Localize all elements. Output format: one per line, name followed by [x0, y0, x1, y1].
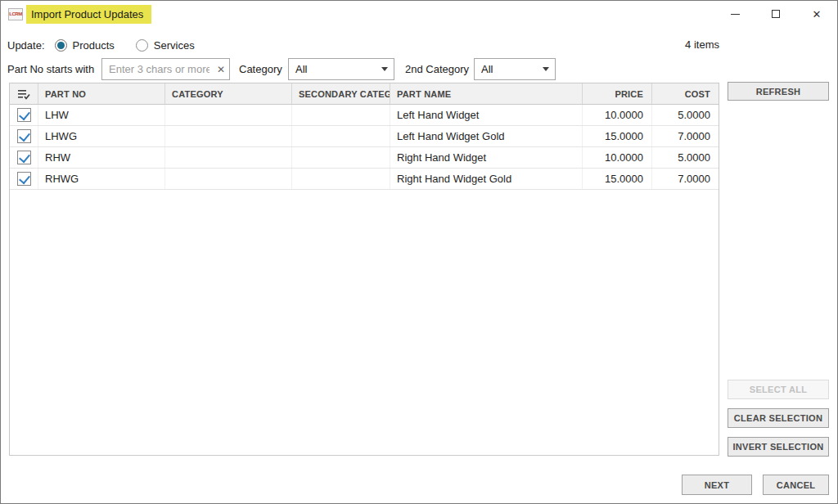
- cell-price: 15.0000: [583, 169, 652, 189]
- maximize-icon: [772, 10, 780, 18]
- cell-cost: 5.0000: [652, 147, 719, 168]
- filter-row: Part No starts with ✕ Category All 2nd C…: [1, 58, 837, 81]
- table-row[interactable]: RHWG Right Hand Widget Gold 15.0000 7.00…: [10, 169, 719, 190]
- products-grid: PART NO CATEGORY SECONDARY CATEGORY PART…: [9, 83, 719, 456]
- table-row[interactable]: LHWG Left Hand Widget Gold 15.0000 7.000…: [10, 126, 719, 147]
- clear-filter-icon[interactable]: ✕: [213, 64, 229, 75]
- cell-part-name: Left Hand Widget: [390, 105, 583, 125]
- cell-secondary-category: [292, 169, 390, 189]
- grid-header: PART NO CATEGORY SECONDARY CATEGORY PART…: [10, 83, 719, 105]
- cell-part-no: LHW: [38, 105, 165, 125]
- cell-part-name: Right Hand Widget: [390, 147, 583, 168]
- col-header-price[interactable]: PRICE: [583, 83, 652, 104]
- table-row[interactable]: LHW Left Hand Widget 10.0000 5.0000: [10, 105, 719, 126]
- cell-part-name: Left Hand Widget Gold: [390, 126, 583, 146]
- cell-price: 15.0000: [583, 126, 652, 146]
- cancel-button[interactable]: CANCEL: [763, 475, 829, 495]
- select-all-header[interactable]: [10, 83, 38, 104]
- row-checkbox-cell[interactable]: [10, 105, 38, 125]
- chevron-down-icon: [537, 67, 555, 71]
- row-checkbox[interactable]: [17, 172, 31, 186]
- radio-products-label: Products: [73, 39, 115, 52]
- cell-cost: 5.0000: [652, 105, 719, 125]
- col-header-cost[interactable]: COST: [652, 83, 719, 104]
- minimize-icon: [731, 14, 740, 15]
- col-header-secondary-category[interactable]: SECONDARY CATEGORY: [292, 83, 390, 104]
- second-category-dropdown[interactable]: All: [474, 58, 556, 80]
- window-controls: ✕: [714, 1, 837, 27]
- cell-secondary-category: [292, 147, 390, 168]
- second-category-dropdown-value: All: [475, 63, 537, 75]
- cell-secondary-category: [292, 105, 390, 125]
- clear-selection-button[interactable]: CLEAR SELECTION: [728, 408, 829, 428]
- cell-category: [165, 105, 292, 125]
- radio-products[interactable]: Products: [55, 39, 115, 52]
- row-checkbox-cell[interactable]: [10, 126, 38, 146]
- cell-secondary-category: [292, 126, 390, 146]
- second-category-filter-label: 2nd Category: [405, 63, 469, 75]
- update-row: Update: Products Services: [7, 35, 216, 55]
- category-filter-label: Category: [239, 63, 282, 75]
- next-button[interactable]: NEXT: [682, 475, 752, 495]
- cell-category: [165, 169, 292, 189]
- cell-part-no: RHW: [38, 147, 165, 168]
- minimize-button[interactable]: [714, 1, 755, 27]
- radio-services-label: Services: [154, 39, 195, 52]
- cell-category: [165, 147, 292, 168]
- category-dropdown-value: All: [289, 63, 376, 75]
- cell-price: 10.0000: [583, 105, 652, 125]
- cell-cost: 7.0000: [652, 169, 719, 189]
- list-check-icon: [17, 88, 30, 100]
- invert-selection-button[interactable]: INVERT SELECTION: [728, 437, 829, 457]
- app-icon-label: LCRM: [9, 11, 21, 16]
- import-product-updates-window: LCRM Import Product Updates ✕ Update: Pr…: [0, 0, 838, 504]
- radio-services-circle: [136, 39, 148, 52]
- col-header-part-no[interactable]: PART NO: [38, 83, 165, 104]
- items-count: 4 items: [685, 38, 719, 51]
- chevron-down-icon: [376, 67, 394, 71]
- row-checkbox[interactable]: [17, 108, 31, 122]
- cell-part-no: RHWG: [38, 169, 165, 189]
- cell-price: 10.0000: [583, 147, 652, 168]
- row-checkbox-cell[interactable]: [10, 147, 38, 168]
- table-row[interactable]: RHW Right Hand Widget 10.0000 5.0000: [10, 147, 719, 169]
- close-button[interactable]: ✕: [796, 1, 837, 27]
- category-dropdown[interactable]: All: [288, 58, 394, 80]
- maximize-button[interactable]: [755, 1, 796, 27]
- cell-part-name: Right Hand Widget Gold: [390, 169, 583, 189]
- select-all-button[interactable]: SELECT ALL: [728, 380, 829, 399]
- window-title: Import Product Updates: [26, 5, 151, 24]
- radio-products-circle: [55, 39, 67, 52]
- col-header-part-name[interactable]: PART NAME: [390, 83, 583, 104]
- row-checkbox[interactable]: [17, 129, 31, 143]
- cell-part-no: LHWG: [38, 126, 165, 146]
- row-checkbox-cell[interactable]: [10, 169, 38, 189]
- radio-services[interactable]: Services: [136, 39, 195, 52]
- cell-cost: 7.0000: [652, 126, 719, 146]
- grid-body: LHW Left Hand Widget 10.0000 5.0000 LHWG…: [10, 105, 719, 455]
- refresh-button[interactable]: REFRESH: [728, 82, 829, 101]
- row-checkbox[interactable]: [17, 151, 31, 164]
- cell-category: [165, 126, 292, 146]
- close-icon: ✕: [813, 9, 822, 20]
- part-no-filter-label: Part No starts with: [7, 63, 94, 75]
- app-icon: LCRM: [8, 8, 23, 20]
- part-no-input[interactable]: [102, 59, 213, 79]
- update-label: Update:: [7, 39, 45, 52]
- part-no-filter-box: ✕: [101, 58, 230, 80]
- title-bar[interactable]: LCRM Import Product Updates ✕: [1, 1, 837, 27]
- col-header-category[interactable]: CATEGORY: [165, 83, 292, 104]
